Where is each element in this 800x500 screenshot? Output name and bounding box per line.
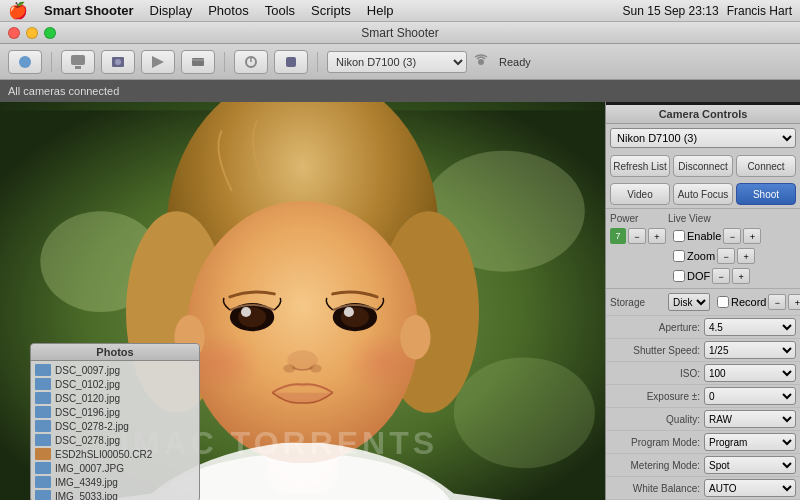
toolbar-sep-3 <box>317 52 318 72</box>
toolbar-icon-btn-2[interactable] <box>61 50 95 74</box>
tools-menu[interactable]: Tools <box>265 3 295 18</box>
storage-select[interactable]: Disk <box>668 293 710 311</box>
dof-minus-button[interactable]: − <box>712 268 730 284</box>
photo-thumbnail <box>35 420 51 432</box>
power-label: Power <box>610 213 665 224</box>
minimize-button[interactable] <box>26 27 38 39</box>
svg-point-9 <box>478 59 484 65</box>
power-plus-button[interactable]: + <box>648 228 666 244</box>
setting-select-whitebalance[interactable]: AUTO <box>704 479 796 497</box>
toolbar-icon-btn-7[interactable] <box>274 50 308 74</box>
action-buttons-row: Video Auto Focus Shoot <box>606 180 800 208</box>
autofocus-button[interactable]: Auto Focus <box>673 183 733 205</box>
photos-list[interactable]: DSC_0097.jpgDSC_0102.jpgDSC_0120.jpgDSC_… <box>31 361 199 500</box>
refresh-list-button[interactable]: Refresh List <box>610 155 670 177</box>
dof-checkbox[interactable] <box>673 270 685 282</box>
setting-row: Quality:RAW <box>606 407 800 430</box>
connect-button[interactable]: Connect <box>736 155 796 177</box>
titlebar: Smart Shooter <box>0 22 800 44</box>
power-minus-button[interactable]: − <box>628 228 646 244</box>
app-name-menu[interactable]: Smart Shooter <box>44 3 134 18</box>
svg-point-30 <box>310 364 322 372</box>
photo-list-item[interactable]: DSC_0102.jpg <box>31 377 199 391</box>
photo-list-item[interactable]: DSC_0278-2.jpg <box>31 419 199 433</box>
setting-select-meteringmode[interactable]: Spot <box>704 456 796 474</box>
camera-dropdown[interactable]: Nikon D7100 (3) <box>610 128 796 148</box>
zoom-checkbox[interactable] <box>673 250 685 262</box>
photo-list-item[interactable]: DSC_0196.jpg <box>31 405 199 419</box>
photo-background: IMAC TORRENTS Photos DSC_0097.jpgDSC_010… <box>0 102 605 500</box>
main-area: IMAC TORRENTS Photos DSC_0097.jpgDSC_010… <box>0 102 800 500</box>
svg-point-29 <box>283 364 295 372</box>
scripts-menu[interactable]: Scripts <box>311 3 351 18</box>
toolbar-icon-btn-3[interactable] <box>101 50 135 74</box>
toolbar-sep-1 <box>51 52 52 72</box>
enable-checkbox[interactable] <box>673 230 685 242</box>
svg-rect-8 <box>286 57 296 67</box>
date-time: Sun 15 Sep 23:13 <box>623 4 719 18</box>
record-minus-button[interactable]: − <box>768 294 786 310</box>
setting-select-shutterspeed[interactable]: 1/25 <box>704 341 796 359</box>
close-button[interactable] <box>8 27 20 39</box>
setting-row: Program Mode:Program <box>606 430 800 453</box>
camera-select[interactable]: Nikon D7100 (3) <box>327 51 467 73</box>
setting-label: Program Mode: <box>610 437 704 448</box>
svg-point-13 <box>454 357 595 468</box>
setting-select-programmode[interactable]: Program <box>704 433 796 451</box>
video-button[interactable]: Video <box>610 183 670 205</box>
setting-select-iso[interactable]: 100 <box>704 364 796 382</box>
zoom-label: Zoom <box>687 250 715 262</box>
photo-list-item[interactable]: ESD2hSLI00050.CR2 <box>31 447 199 461</box>
toolbar-icon-btn-1[interactable] <box>8 50 42 74</box>
settings-list: Aperture:4.5Shutter Speed:1/25ISO:100Exp… <box>606 315 800 500</box>
enable-plus-button[interactable]: + <box>743 228 761 244</box>
svg-point-19 <box>187 201 419 463</box>
enable-minus-button[interactable]: − <box>723 228 741 244</box>
photo-list-item[interactable]: DSC_0097.jpg <box>31 363 199 377</box>
zoom-minus-button[interactable]: − <box>717 248 735 264</box>
photo-filename: DSC_0278.jpg <box>55 435 120 446</box>
display-menu[interactable]: Display <box>150 3 193 18</box>
help-menu[interactable]: Help <box>367 3 394 18</box>
live-view-label: Live View <box>668 213 723 224</box>
camera-controls-panel: _DSC3390.jpg Camera Controls Nikon D7100… <box>605 102 800 500</box>
setting-select-exposure[interactable]: 0 <box>704 387 796 405</box>
photo-thumbnail <box>35 378 51 390</box>
setting-row: Exposure ±:0 <box>606 384 800 407</box>
toolbar-icon-btn-4[interactable] <box>141 50 175 74</box>
photo-list-item[interactable]: IMG_0007.JPG <box>31 461 199 475</box>
setting-row: White Balance:AUTO <box>606 476 800 499</box>
photos-panel: Photos DSC_0097.jpgDSC_0102.jpgDSC_0120.… <box>30 343 200 500</box>
power-liveview-row: Power Live View <box>606 211 800 226</box>
toolbar: Nikon D7100 (3) Ready <box>0 44 800 80</box>
maximize-button[interactable] <box>44 27 56 39</box>
toolbar-icon-btn-6[interactable] <box>234 50 268 74</box>
photo-thumbnail <box>35 364 51 376</box>
photo-thumbnail <box>35 406 51 418</box>
shoot-button[interactable]: Shoot <box>736 183 796 205</box>
photo-list-item[interactable]: DSC_0120.jpg <box>31 391 199 405</box>
camera-controls-header: Camera Controls <box>606 105 800 124</box>
connection-status: All cameras connected <box>8 85 119 97</box>
svg-point-4 <box>115 59 121 65</box>
photo-list-item[interactable]: DSC_0278.jpg <box>31 433 199 447</box>
record-checkbox[interactable] <box>717 296 729 308</box>
photo-filename: DSC_0196.jpg <box>55 407 120 418</box>
dof-plus-button[interactable]: + <box>732 268 750 284</box>
zoom-dof-row: Zoom − + <box>606 246 800 266</box>
photo-filename: IMG_0007.JPG <box>55 463 124 474</box>
photo-list-item[interactable]: IMG_5033.jpg <box>31 489 199 500</box>
photos-menu[interactable]: Photos <box>208 3 248 18</box>
apple-menu[interactable]: 🍎 <box>8 1 28 20</box>
record-label: Record <box>731 296 766 308</box>
photo-area[interactable]: IMAC TORRENTS Photos DSC_0097.jpgDSC_010… <box>0 102 605 500</box>
record-plus-button[interactable]: + <box>788 294 800 310</box>
toolbar-icon-btn-5[interactable] <box>181 50 215 74</box>
zoom-plus-button[interactable]: + <box>737 248 755 264</box>
histogram-filename: _DSC3390.jpg <box>737 104 796 105</box>
disconnect-button[interactable]: Disconnect <box>673 155 733 177</box>
setting-select-aperture[interactable]: 4.5 <box>704 318 796 336</box>
setting-select-quality[interactable]: RAW <box>704 410 796 428</box>
connection-buttons-row: Refresh List Disconnect Connect <box>606 152 800 180</box>
photo-list-item[interactable]: IMG_4349.jpg <box>31 475 199 489</box>
